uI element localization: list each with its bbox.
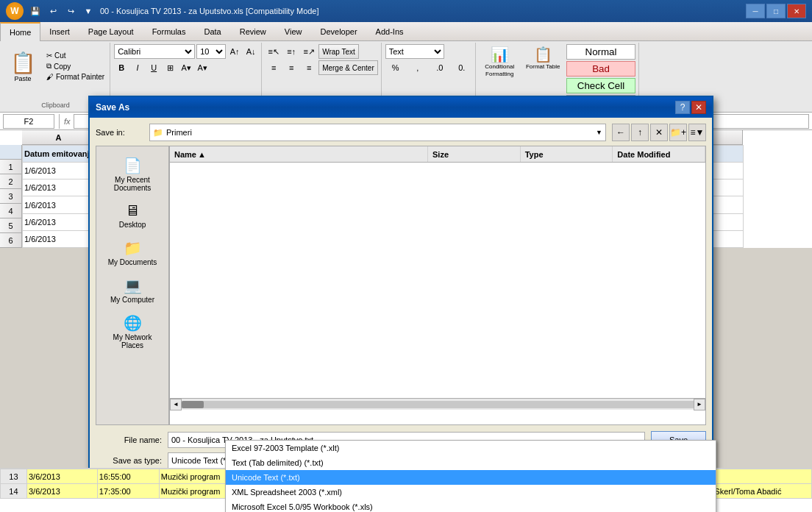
cell-a6[interactable]: 1/6/2013	[23, 230, 96, 247]
paste-button[interactable]: 📋 Paste	[4, 49, 41, 85]
save-type-label: Save as type:	[96, 456, 162, 465]
bad-style-button[interactable]: Bad	[566, 61, 636, 77]
cond-format-label: Conditional Formatting	[481, 63, 519, 77]
dropdown-quick-btn[interactable]: ▼	[81, 4, 96, 18]
increase-decimal-btn[interactable]: .0	[430, 60, 450, 75]
conditional-formatting-button[interactable]: 📊 Conditional Formatting	[480, 44, 520, 79]
close-btn[interactable]: ✕	[787, 4, 806, 18]
sidebar-network-places[interactable]: 🌐 My Network Places	[99, 310, 165, 354]
paint-icon: 🖌	[46, 73, 54, 81]
increase-font-btn[interactable]: A↑	[227, 44, 242, 59]
tab-page-layout[interactable]: Page Layout	[79, 22, 143, 40]
tab-developer[interactable]: Developer	[311, 22, 366, 40]
check-cell-button[interactable]: Check Cell	[566, 78, 636, 93]
recent-docs-icon: 📄	[124, 157, 142, 174]
view-menu-btn[interactable]: ≡▼	[688, 124, 706, 141]
scroll-left-btn[interactable]: ◄	[170, 399, 182, 410]
undo-quick-btn[interactable]: ↩	[46, 4, 60, 18]
dialog-close-button[interactable]: ✕	[691, 101, 706, 114]
new-folder-btn[interactable]: 📁+	[669, 124, 687, 141]
dialog-main-area: 📄 My Recent Documents 🖥 Desktop 📁 My Doc…	[96, 146, 706, 425]
fill-color-btn[interactable]: A▾	[179, 60, 193, 75]
cut-button[interactable]: ✂ Cut	[44, 51, 107, 60]
font-size-select[interactable]: 10	[196, 44, 226, 59]
sidebar-recent-docs[interactable]: 📄 My Recent Documents	[99, 152, 165, 196]
file-list-header: Name ▲ Size Type Date Modified	[170, 146, 705, 163]
cell-a4[interactable]: 1/6/2013	[23, 196, 96, 213]
minimize-btn[interactable]: ─	[746, 4, 765, 18]
delete-btn[interactable]: ✕	[650, 124, 668, 141]
format-painter-button[interactable]: 🖌 Format Painter	[44, 72, 107, 82]
tab-insert[interactable]: Insert	[40, 22, 79, 40]
italic-button[interactable]: I	[130, 60, 145, 75]
cell-a5[interactable]: 1/6/2013	[23, 213, 96, 230]
dialog-help-btn[interactable]: ?	[675, 101, 690, 114]
scroll-right-btn[interactable]: ►	[694, 399, 705, 410]
tab-review[interactable]: Review	[231, 22, 276, 40]
align-left-btn[interactable]: ≡	[266, 60, 282, 75]
network-icon: 🌐	[124, 314, 142, 332]
tab-formulas[interactable]: Formulas	[143, 22, 196, 40]
up-folder-btn[interactable]: ↑	[631, 124, 649, 141]
col-header-type: Type	[521, 146, 613, 162]
formula-divider	[59, 114, 60, 129]
col-header-name: Name ▲	[170, 146, 428, 162]
border-btn[interactable]: ⊞	[163, 60, 177, 75]
dropdown-item-0[interactable]: Excel 97-2003 Template (*.xlt)	[226, 441, 716, 455]
save-in-value: Primeri	[166, 128, 192, 137]
underline-button[interactable]: U	[146, 60, 161, 75]
save-quick-btn[interactable]: 💾	[28, 4, 43, 18]
cell-a3[interactable]: 1/6/2013	[23, 179, 96, 196]
percent-btn[interactable]: %	[385, 60, 406, 75]
format-table-button[interactable]: 📋 Format Table	[523, 44, 563, 72]
redo-quick-btn[interactable]: ↪	[63, 4, 78, 18]
decrease-font-btn[interactable]: A↓	[243, 44, 258, 59]
dropdown-item-1[interactable]: Text (Tab delimited) (*.txt)	[226, 455, 716, 470]
col-header-date: Date Modified	[613, 146, 705, 162]
dropdown-item-4[interactable]: Microsoft Excel 5.0/95 Workbook (*.xls)	[226, 499, 716, 512]
align-top-center-btn[interactable]: ≡↑	[283, 44, 299, 59]
comma-btn[interactable]: ,	[407, 60, 428, 75]
align-top-right-btn[interactable]: ≡↗	[301, 44, 317, 59]
cell-reference-input[interactable]	[3, 114, 54, 129]
my-documents-icon: 📁	[124, 239, 142, 257]
desktop-icon: 🖥	[125, 202, 140, 219]
col-header-size: Size	[428, 146, 521, 162]
sidebar-my-computer[interactable]: 💻 My Computer	[99, 272, 165, 308]
merge-center-button[interactable]: Merge & Center	[318, 60, 378, 75]
tab-view[interactable]: View	[276, 22, 312, 40]
copy-icon: ⧉	[46, 62, 51, 71]
nav-back-btn[interactable]: ←	[612, 124, 630, 141]
dropdown-item-3[interactable]: XML Spreadsheet 2003 (*.xml)	[226, 485, 716, 499]
dialog-title-text: Save As	[96, 102, 129, 113]
align-right-btn[interactable]: ≡	[301, 60, 317, 75]
restore-btn[interactable]: □	[766, 4, 786, 18]
decrease-decimal-btn[interactable]: 0.	[452, 60, 472, 75]
file-list-content	[170, 163, 705, 398]
sidebar-my-documents[interactable]: 📁 My Documents	[99, 235, 165, 271]
font-family-select[interactable]: Calibri	[114, 44, 195, 59]
tab-home[interactable]: Home	[0, 22, 40, 41]
wrap-text-button[interactable]: Wrap Text	[318, 44, 359, 59]
tab-data[interactable]: Data	[195, 22, 230, 40]
align-center-btn[interactable]: ≡	[283, 60, 299, 75]
sidebar-desktop[interactable]: 🖥 Desktop	[99, 198, 165, 233]
scroll-thumb-h[interactable]	[182, 401, 204, 408]
row-header-7: 6	[0, 233, 21, 248]
save-in-combo[interactable]: 📁 Primeri ▼	[149, 124, 606, 141]
cell-a1[interactable]: Datum emitovanja	[23, 146, 96, 163]
bold-button[interactable]: B	[114, 60, 129, 75]
file-name-label: File name:	[96, 435, 162, 444]
tab-add-ins[interactable]: Add-Ins	[367, 22, 413, 40]
save-as-dialog: Save As ? ✕ Save in: 📁 Primeri ▼ ← ↑ ✕ 📁…	[88, 96, 713, 499]
copy-button[interactable]: ⧉ Copy	[44, 61, 107, 71]
cell-a2[interactable]: 1/6/2013	[23, 163, 96, 179]
normal-style-button[interactable]: Normal	[566, 44, 636, 60]
row-header-2: 1	[0, 160, 21, 174]
dropdown-item-2[interactable]: Unicode Text (*.txt)	[226, 470, 716, 485]
align-top-left-btn[interactable]: ≡↖	[266, 44, 282, 59]
h-scrollbar: ◄ ►	[170, 398, 705, 410]
font-color-btn[interactable]: A▾	[195, 60, 210, 75]
number-format-select[interactable]: Text	[385, 44, 444, 59]
save-in-row: Save in: 📁 Primeri ▼ ← ↑ ✕ 📁+ ≡▼	[96, 124, 706, 141]
